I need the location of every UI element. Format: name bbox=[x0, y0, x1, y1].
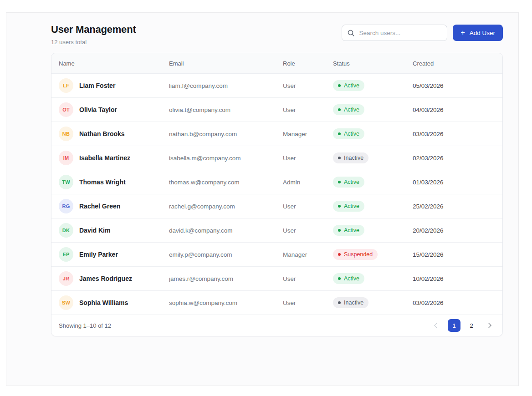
status-cell: Inactive bbox=[333, 152, 368, 163]
name-cell: NB Nathan Brooks bbox=[59, 127, 169, 141]
user-name: Thomas Wright bbox=[79, 178, 126, 186]
showing-summary: Showing 1–10 of 12 bbox=[59, 322, 111, 329]
avatar: DK bbox=[59, 223, 73, 238]
status-badge: Suspended bbox=[333, 249, 378, 260]
avatar: NB bbox=[59, 127, 73, 141]
status-label: Active bbox=[344, 275, 359, 282]
created-date: 20/02/2026 bbox=[413, 227, 495, 234]
name-cell: JR James Rodriguez bbox=[59, 271, 169, 286]
add-user-button[interactable]: + Add User bbox=[453, 25, 503, 41]
created-date: 03/03/2026 bbox=[413, 131, 495, 137]
name-cell: EP Emily Parker bbox=[59, 247, 169, 262]
table-footer: Showing 1–10 of 12 12 bbox=[51, 315, 502, 336]
name-cell: LF Liam Foster bbox=[59, 78, 169, 93]
status-dot-icon bbox=[338, 181, 341, 183]
avatar: EP bbox=[59, 247, 73, 262]
table-row[interactable]: DK David Kim david.k@company.com User Ac… bbox=[51, 218, 502, 243]
status-cell: Suspended bbox=[333, 249, 378, 260]
created-date: 01/03/2026 bbox=[413, 179, 495, 186]
user-email: liam.f@company.com bbox=[169, 82, 283, 89]
created-date: 15/02/2026 bbox=[413, 251, 495, 258]
table-row[interactable]: OT Olivia Taylor olivia.t@company.com Us… bbox=[51, 98, 502, 122]
user-role: Manager bbox=[283, 131, 333, 137]
next-page-button[interactable] bbox=[482, 319, 495, 332]
search-box[interactable] bbox=[342, 25, 447, 41]
name-cell: IM Isabella Martinez bbox=[59, 151, 169, 165]
table-row[interactable]: RG Rachel Green rachel.g@company.com Use… bbox=[51, 194, 502, 218]
user-email: olivia.t@company.com bbox=[169, 107, 283, 113]
status-dot-icon bbox=[338, 229, 341, 232]
created-date: 25/02/2026 bbox=[413, 203, 495, 210]
status-badge: Active bbox=[333, 104, 364, 115]
created-date: 05/03/2026 bbox=[413, 82, 495, 89]
add-user-label: Add User bbox=[470, 30, 495, 36]
page-button-1[interactable]: 1 bbox=[448, 319, 460, 332]
avatar-initials: NB bbox=[62, 131, 70, 137]
name-cell: OT Olivia Taylor bbox=[59, 102, 169, 117]
status-dot-icon bbox=[338, 277, 341, 280]
user-name: Sophia Williams bbox=[79, 299, 128, 306]
table-header-row: Name Email Role Status Created bbox=[51, 53, 502, 74]
user-role: Manager bbox=[283, 251, 333, 258]
avatar-initials: JR bbox=[63, 276, 69, 281]
table-row[interactable]: LF Liam Foster liam.f@company.com User A… bbox=[51, 74, 502, 98]
name-cell: TW Thomas Wright bbox=[59, 175, 169, 189]
table-row[interactable]: TW Thomas Wright thomas.w@company.com Ad… bbox=[51, 170, 502, 194]
status-label: Active bbox=[344, 82, 359, 89]
previous-page-button[interactable] bbox=[430, 319, 443, 332]
user-role: User bbox=[283, 155, 333, 162]
status-badge: Active bbox=[333, 128, 364, 139]
avatar: LF bbox=[59, 78, 73, 93]
status-label: Active bbox=[344, 179, 359, 185]
avatar-initials: TW bbox=[62, 179, 70, 185]
status-badge: Inactive bbox=[333, 152, 368, 163]
column-header-status: Status bbox=[333, 60, 413, 67]
column-header-email: Email bbox=[169, 60, 283, 67]
avatar: OT bbox=[59, 102, 73, 117]
created-date: 03/02/2026 bbox=[413, 300, 495, 306]
status-cell: Active bbox=[333, 80, 364, 91]
status-dot-icon bbox=[338, 301, 341, 304]
user-role: User bbox=[283, 203, 333, 210]
user-email: david.k@company.com bbox=[169, 227, 283, 234]
user-name: Nathan Brooks bbox=[79, 130, 125, 137]
column-header-name: Name bbox=[59, 60, 169, 67]
search-input[interactable] bbox=[358, 29, 441, 37]
table-row[interactable]: SW Sophia Williams sophia.w@company.com … bbox=[51, 291, 502, 315]
avatar: JR bbox=[59, 271, 73, 286]
page-buttons: 12 bbox=[448, 319, 478, 332]
table-row[interactable]: JR James Rodriguez james.r@company.com U… bbox=[51, 267, 502, 291]
table-row[interactable]: IM Isabella Martinez isabella.m@company.… bbox=[51, 146, 502, 170]
avatar-initials: OT bbox=[62, 107, 70, 112]
status-dot-icon bbox=[338, 108, 341, 111]
status-label: Active bbox=[344, 131, 359, 137]
table-body: LF Liam Foster liam.f@company.com User A… bbox=[51, 74, 502, 315]
user-role: User bbox=[283, 300, 333, 306]
table-row[interactable]: NB Nathan Brooks nathan.b@company.com Ma… bbox=[51, 122, 502, 146]
user-email: rachel.g@company.com bbox=[169, 203, 283, 210]
name-cell: RG Rachel Green bbox=[59, 199, 169, 213]
status-dot-icon bbox=[338, 84, 341, 87]
user-name: Emily Parker bbox=[79, 251, 118, 258]
table-row[interactable]: EP Emily Parker emily.p@company.com Mana… bbox=[51, 243, 502, 267]
created-date: 02/03/2026 bbox=[413, 155, 495, 162]
created-date: 10/02/2026 bbox=[413, 275, 495, 282]
user-role: User bbox=[283, 107, 333, 113]
user-name: Olivia Taylor bbox=[79, 106, 117, 113]
status-cell: Active bbox=[333, 225, 364, 236]
avatar-initials: RG bbox=[62, 203, 70, 209]
status-cell: Inactive bbox=[333, 297, 368, 308]
status-badge: Inactive bbox=[333, 297, 368, 308]
name-cell: DK David Kim bbox=[59, 223, 169, 238]
page-button-2[interactable]: 2 bbox=[465, 319, 478, 332]
user-email: james.r@company.com bbox=[169, 275, 283, 282]
users-table-card: Name Email Role Status Created LF Liam F… bbox=[51, 53, 503, 336]
user-name: Isabella Martinez bbox=[79, 154, 130, 162]
status-label: Active bbox=[344, 203, 359, 209]
user-role: User bbox=[283, 275, 333, 282]
user-email: isabella.m@company.com bbox=[169, 155, 283, 162]
status-badge: Active bbox=[333, 225, 364, 236]
avatar: RG bbox=[59, 199, 73, 213]
status-cell: Active bbox=[333, 128, 364, 139]
status-label: Inactive bbox=[344, 155, 363, 161]
